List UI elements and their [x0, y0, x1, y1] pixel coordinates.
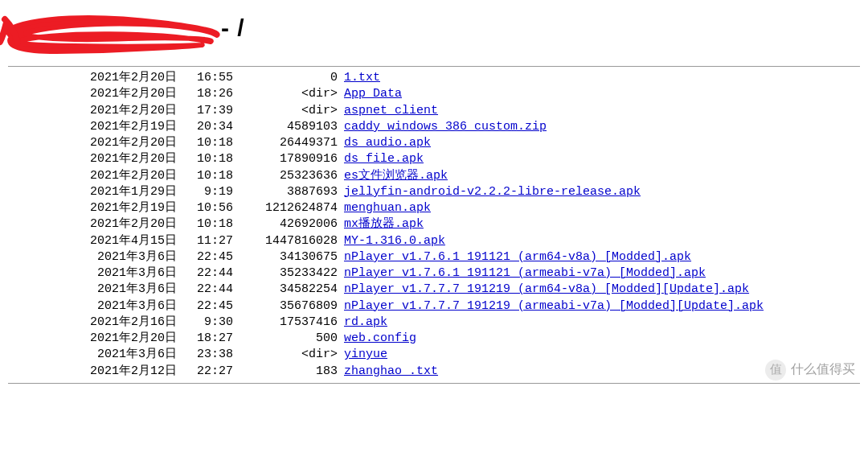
- file-link[interactable]: nPlayer v1.7.7.7_191219 (armeabi-v7a) [M…: [344, 299, 764, 313]
- file-link[interactable]: zhanghao .txt: [344, 364, 438, 378]
- file-row: 2021年2月20日10:1825323636es文件浏览器.apk: [8, 168, 868, 184]
- file-name-cell: 1.txt: [338, 70, 380, 86]
- file-time: 10:18: [177, 168, 233, 184]
- file-time: 18:27: [177, 331, 233, 347]
- file-row: 2021年1月29日9:193887693jellyfin-android-v2…: [8, 184, 868, 200]
- file-date: 2021年2月20日: [8, 86, 177, 102]
- top-divider: [8, 66, 860, 67]
- file-link[interactable]: mx播放器.apk: [344, 217, 424, 231]
- file-name-cell: App_Data: [338, 86, 402, 102]
- file-date: 2021年2月20日: [8, 103, 177, 119]
- file-row: 2021年2月19日10:561212624874menghuan.apk: [8, 200, 868, 216]
- file-size: 4589103: [233, 119, 338, 135]
- file-name-cell: nPlayer v1.7.6.1_191121 (arm64-v8a) [Mod…: [338, 249, 691, 265]
- file-size: <dir>: [233, 103, 338, 119]
- file-size: 35233422: [233, 265, 338, 282]
- file-size: 1447816028: [233, 233, 338, 249]
- file-name-cell: nPlayer v1.7.7.7_191219 (arm64-v8a) [Mod…: [338, 282, 749, 298]
- file-row: 2021年2月20日17:39<dir>aspnet_client: [8, 103, 868, 119]
- file-link[interactable]: nPlayer v1.7.7.7_191219 (arm64-v8a) [Mod…: [344, 282, 749, 296]
- file-row: 2021年2月20日18:26<dir>App_Data: [8, 86, 868, 102]
- file-link[interactable]: yinyue: [344, 348, 387, 361]
- file-name-cell: menghuan.apk: [338, 200, 431, 216]
- file-row: 2021年2月12日22:27183zhanghao .txt: [8, 364, 868, 380]
- file-time: 9:30: [177, 315, 233, 331]
- file-link[interactable]: nPlayer v1.7.6.1_191121 (arm64-v8a) [Mod…: [344, 250, 691, 264]
- file-row: 2021年3月6日23:38<dir>yinyue: [8, 347, 868, 363]
- file-link[interactable]: MY-1.316.0.apk: [344, 234, 445, 248]
- file-row: 2021年2月20日10:1842692006mx播放器.apk: [8, 216, 868, 232]
- file-date: 2021年2月20日: [8, 168, 177, 184]
- file-size: 35676809: [233, 298, 338, 315]
- file-name-cell: zhanghao .txt: [338, 364, 438, 380]
- file-time: 22:44: [177, 265, 233, 282]
- file-time: 17:39: [177, 103, 233, 119]
- file-date: 2021年2月20日: [8, 151, 177, 167]
- file-link[interactable]: nPlayer v1.7.6.1_191121 (armeabi-v7a) [M…: [344, 266, 706, 280]
- bottom-divider: [8, 383, 860, 384]
- file-size: 17890916: [233, 151, 338, 167]
- file-date: 2021年3月6日: [8, 282, 177, 298]
- file-name-cell: nPlayer v1.7.7.7_191219 (armeabi-v7a) [M…: [338, 298, 764, 315]
- file-date: 2021年2月19日: [8, 200, 177, 216]
- file-row: 2021年2月16日9:3017537416rd.apk: [8, 315, 868, 331]
- file-time: 9:19: [177, 184, 233, 200]
- file-date: 2021年4月15日: [8, 233, 177, 249]
- file-name-cell: ds audio.apk: [338, 135, 431, 151]
- file-date: 2021年3月6日: [8, 347, 177, 363]
- file-size: 26449371: [233, 135, 338, 151]
- file-name-cell: web.config: [338, 331, 416, 347]
- file-link[interactable]: menghuan.apk: [344, 201, 431, 215]
- file-size: 500: [233, 331, 338, 347]
- file-size: <dir>: [233, 347, 338, 363]
- file-row: 2021年4月15日11:271447816028MY-1.316.0.apk: [8, 233, 868, 249]
- file-time: 23:38: [177, 347, 233, 363]
- file-time: 10:56: [177, 200, 233, 216]
- file-time: 22:27: [177, 364, 233, 380]
- redaction-scribble: [0, 6, 229, 63]
- file-time: 20:34: [177, 119, 233, 135]
- file-size: 42692006: [233, 216, 338, 232]
- file-name-cell: rd.apk: [338, 315, 387, 331]
- file-link[interactable]: es文件浏览器.apk: [344, 169, 448, 183]
- file-time: 18:26: [177, 86, 233, 102]
- file-time: 11:27: [177, 233, 233, 249]
- page-title-suffix: - /: [221, 14, 245, 42]
- file-link[interactable]: ds file.apk: [344, 152, 424, 166]
- file-time: 22:45: [177, 298, 233, 315]
- file-link[interactable]: web.config: [344, 331, 416, 345]
- file-date: 2021年2月16日: [8, 315, 177, 331]
- file-date: 2021年1月29日: [8, 184, 177, 200]
- file-row: 2021年2月20日10:1826449371ds audio.apk: [8, 135, 868, 151]
- file-link[interactable]: caddy_windows_386_custom.zip: [344, 120, 547, 134]
- file-time: 10:18: [177, 135, 233, 151]
- file-row: 2021年3月6日22:4535676809nPlayer v1.7.7.7_1…: [8, 298, 868, 315]
- file-row: 2021年3月6日22:4435233422nPlayer v1.7.6.1_1…: [8, 265, 868, 282]
- file-name-cell: nPlayer v1.7.6.1_191121 (armeabi-v7a) [M…: [338, 265, 706, 282]
- file-size: 34130675: [233, 249, 338, 265]
- file-time: 10:18: [177, 216, 233, 232]
- watermark-icon: 值: [765, 360, 786, 381]
- file-time: 10:18: [177, 151, 233, 167]
- file-row: 2021年2月20日16:5501.txt: [8, 70, 868, 86]
- file-time: 22:45: [177, 249, 233, 265]
- file-link[interactable]: 1.txt: [344, 71, 380, 84]
- file-row: 2021年2月19日20:344589103caddy_windows_386_…: [8, 119, 868, 135]
- file-link[interactable]: ds audio.apk: [344, 136, 431, 150]
- file-row: 2021年2月20日10:1817890916ds file.apk: [8, 151, 868, 167]
- file-name-cell: es文件浏览器.apk: [338, 168, 448, 184]
- file-link[interactable]: aspnet_client: [344, 104, 438, 117]
- file-size: 183: [233, 364, 338, 380]
- file-name-cell: yinyue: [338, 347, 387, 363]
- file-name-cell: ds file.apk: [338, 151, 424, 167]
- file-time: 22:44: [177, 282, 233, 298]
- file-link[interactable]: jellyfin-android-v2.2.2-libre-release.ap…: [344, 185, 641, 199]
- file-link[interactable]: rd.apk: [344, 315, 387, 329]
- file-date: 2021年2月20日: [8, 70, 177, 86]
- file-date: 2021年2月20日: [8, 216, 177, 232]
- file-link[interactable]: App_Data: [344, 87, 402, 101]
- watermark-text: 什么值得买: [791, 361, 855, 378]
- file-name-cell: caddy_windows_386_custom.zip: [338, 119, 547, 135]
- file-date: 2021年3月6日: [8, 249, 177, 265]
- file-date: 2021年2月20日: [8, 135, 177, 151]
